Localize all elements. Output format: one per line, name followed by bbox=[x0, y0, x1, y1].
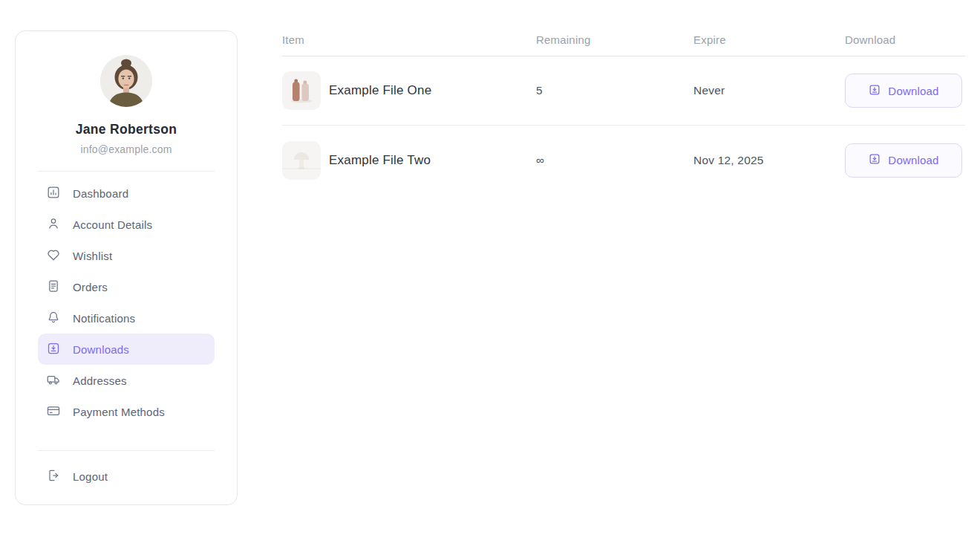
download-button[interactable]: Download bbox=[845, 143, 962, 178]
column-header-expire: Expire bbox=[693, 33, 845, 46]
column-header-remaining: Remaining bbox=[536, 33, 693, 46]
sidebar-item-addresses[interactable]: Addresses bbox=[38, 365, 215, 396]
sidebar-item-label: Addresses bbox=[73, 374, 127, 387]
product-thumbnail-lamp bbox=[282, 141, 321, 180]
divider bbox=[38, 450, 215, 451]
expire-value: Nov 12, 2025 bbox=[693, 154, 845, 167]
sidebar-item-label: Dashboard bbox=[73, 187, 128, 200]
divider bbox=[38, 171, 215, 172]
download-button-label: Download bbox=[888, 85, 938, 97]
sidebar-item-label: Notifications bbox=[73, 312, 135, 325]
sidebar-item-label: Orders bbox=[73, 281, 108, 293]
logout-button[interactable]: Logout bbox=[38, 461, 215, 492]
sidebar-item-label: Downloads bbox=[73, 343, 129, 356]
user-name: Jane Robertson bbox=[38, 122, 215, 137]
downloads-panel: Item Remaining Expire Download Example F… bbox=[282, 0, 965, 195]
logout-icon bbox=[46, 468, 61, 485]
user-icon bbox=[46, 216, 61, 233]
column-header-item: Item bbox=[282, 33, 536, 46]
item-cell: Example File One bbox=[282, 71, 536, 110]
download-icon bbox=[46, 341, 61, 358]
remaining-value: ∞ bbox=[536, 154, 544, 166]
table-row: Example File One 5 Never Download bbox=[282, 56, 965, 126]
sidebar-item-label: Account Details bbox=[73, 218, 152, 231]
sidebar-item-label: Payment Methods bbox=[73, 406, 165, 418]
product-thumbnail-bottles bbox=[282, 71, 321, 110]
sidebar-item-orders[interactable]: Orders bbox=[38, 271, 215, 302]
bell-icon bbox=[46, 310, 61, 327]
sidebar-item-label: Wishlist bbox=[73, 250, 112, 262]
table-row: Example File Two ∞ Nov 12, 2025 Download bbox=[282, 126, 965, 195]
remaining-value: 5 bbox=[536, 84, 543, 97]
document-icon bbox=[46, 279, 61, 296]
expire-value: Never bbox=[693, 84, 845, 97]
logout-label: Logout bbox=[73, 470, 108, 483]
table-header-row: Item Remaining Expire Download bbox=[282, 0, 965, 56]
sidebar-item-dashboard[interactable]: Dashboard bbox=[38, 178, 215, 209]
sidebar-item-wishlist[interactable]: Wishlist bbox=[38, 240, 215, 271]
item-cell: Example File Two bbox=[282, 141, 536, 180]
heart-icon bbox=[46, 247, 61, 264]
dashboard-icon bbox=[46, 185, 61, 202]
truck-icon bbox=[46, 372, 61, 389]
user-email: info@example.com bbox=[38, 143, 215, 155]
sidebar-item-notifications[interactable]: Notifications bbox=[38, 302, 215, 334]
sidebar-item-payment-methods[interactable]: Payment Methods bbox=[38, 396, 215, 427]
credit-card-icon bbox=[46, 403, 61, 420]
account-sidebar: Jane Robertson info@example.com Dashboar… bbox=[15, 30, 238, 505]
download-icon bbox=[868, 152, 881, 168]
item-title: Example File One bbox=[329, 83, 431, 98]
item-title: Example File Two bbox=[329, 153, 431, 168]
sidebar-item-downloads[interactable]: Downloads bbox=[38, 334, 215, 365]
download-button[interactable]: Download bbox=[845, 74, 962, 108]
download-button-label: Download bbox=[888, 154, 938, 166]
sidebar-item-account-details[interactable]: Account Details bbox=[38, 209, 215, 240]
download-icon bbox=[868, 83, 881, 99]
avatar bbox=[100, 55, 152, 107]
sidebar-nav: Dashboard Account Details Wishlist bbox=[38, 178, 215, 427]
column-header-download: Download bbox=[845, 33, 965, 46]
